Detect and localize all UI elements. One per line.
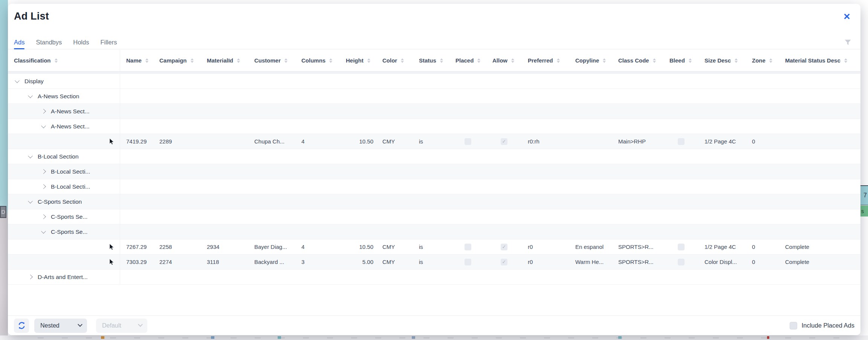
column-label: Customer xyxy=(254,57,281,64)
zone-cell: 0 xyxy=(746,134,779,149)
column-header-placed[interactable]: Placed xyxy=(449,50,486,71)
sort-icon[interactable] xyxy=(689,58,692,63)
tab-standbys[interactable]: Standbys xyxy=(36,35,62,49)
tree-group-row[interactable]: B-Local Section xyxy=(8,149,860,164)
tab-fillers[interactable]: Fillers xyxy=(100,35,117,49)
campaign-cell: 2289 xyxy=(153,134,201,149)
column-header-customer[interactable]: Customer xyxy=(248,50,295,71)
column-label: Classification xyxy=(14,57,51,64)
background-mark xyxy=(101,336,104,339)
copyline-cell: Warm He... xyxy=(569,255,612,270)
include-placed-ads-control[interactable]: Include Placed Ads xyxy=(790,322,854,329)
chevron-down-icon[interactable] xyxy=(28,93,33,98)
classification-cell: B-Local Section xyxy=(8,149,120,164)
tree-group-row[interactable]: Display xyxy=(8,74,860,89)
tree-group-row[interactable]: A-News Sect... xyxy=(8,119,860,134)
allow-cell: ✓ xyxy=(486,134,522,149)
sort-icon[interactable] xyxy=(237,58,240,63)
refresh-button[interactable] xyxy=(14,319,29,333)
table-row[interactable]: 7303.2922743118Backyard ...35.00CMYis✓r0… xyxy=(8,255,860,270)
table-row[interactable]: 7267.2922582934Bayer Diag...410.50CMYis✓… xyxy=(8,239,860,255)
chevron-right-icon[interactable] xyxy=(41,214,46,219)
column-header-allow[interactable]: Allow xyxy=(486,50,522,71)
close-icon[interactable]: ✕ xyxy=(842,11,852,22)
classcode-cell: Main>RHP xyxy=(612,134,663,149)
chevron-down-icon[interactable] xyxy=(41,229,46,234)
chevron-right-icon[interactable] xyxy=(41,184,46,189)
sort-icon[interactable] xyxy=(329,58,332,63)
chevron-right-icon[interactable] xyxy=(28,274,33,279)
sort-icon[interactable] xyxy=(844,58,847,63)
sort-icon[interactable] xyxy=(145,58,148,63)
tree-group-row[interactable]: B-Local Secti... xyxy=(8,164,860,179)
column-header-color[interactable]: Color xyxy=(376,50,413,71)
sort-icon[interactable] xyxy=(477,58,480,63)
tab-holds[interactable]: Holds xyxy=(73,35,89,49)
column-header-name[interactable]: Name xyxy=(120,50,153,71)
tree-group-row[interactable]: A-News Section xyxy=(8,89,860,104)
column-header-classcode[interactable]: Class Code xyxy=(612,50,663,71)
column-label: Allow xyxy=(492,57,507,64)
group-label: B-Local Secti... xyxy=(51,168,90,175)
include-placed-ads-checkbox[interactable] xyxy=(790,322,797,329)
sort-icon[interactable] xyxy=(191,58,194,63)
tree-group-row[interactable]: B-Local Secti... xyxy=(8,179,860,194)
filter-icon[interactable] xyxy=(845,40,851,47)
tree-group-row[interactable]: D-Arts and Entert... xyxy=(8,270,860,285)
column-header-bleed[interactable]: Bleed xyxy=(663,50,698,71)
sort-icon[interactable] xyxy=(284,58,287,63)
column-header-zone[interactable]: Zone xyxy=(746,50,779,71)
chevron-down-icon[interactable] xyxy=(41,123,46,128)
column-label: Color xyxy=(382,57,397,64)
sort-icon[interactable] xyxy=(603,58,606,63)
column-header-msd[interactable]: Material Status Desc xyxy=(779,50,860,71)
header-divider-strip xyxy=(8,71,860,74)
sort-icon[interactable] xyxy=(367,58,370,63)
customer-cell: Bayer Diag... xyxy=(248,239,295,255)
sort-icon[interactable] xyxy=(55,58,58,63)
refresh-icon xyxy=(17,321,26,330)
column-header-campaign[interactable]: Campaign xyxy=(153,50,201,71)
empty-cells xyxy=(120,89,860,104)
column-label: Size Desc xyxy=(704,57,731,64)
column-header-preferred[interactable]: Preferred xyxy=(522,50,569,71)
column-label: Placed xyxy=(455,57,474,64)
chevron-down-icon xyxy=(78,322,83,327)
sort-icon[interactable] xyxy=(511,58,514,63)
tree-group-row[interactable]: C-Sports Section xyxy=(8,194,860,209)
customer-cell: Backyard ... xyxy=(248,255,295,270)
table-row[interactable]: 7419.292289Chupa Ch...410.50CMYis✓r0:rhM… xyxy=(8,134,860,149)
chevron-down-icon[interactable] xyxy=(15,78,20,83)
column-label: Class Code xyxy=(618,57,649,64)
empty-cells xyxy=(120,224,860,239)
column-label: Zone xyxy=(752,57,766,64)
chevron-down-icon[interactable] xyxy=(28,154,33,159)
column-header-sizedesc[interactable]: Size Desc xyxy=(698,50,746,71)
status-cell: is xyxy=(413,134,449,149)
sort-icon[interactable] xyxy=(440,58,443,63)
column-header-classification[interactable]: Classification xyxy=(8,50,120,71)
sort-icon[interactable] xyxy=(735,58,738,63)
tree-group-row[interactable]: A-News Sect... xyxy=(8,104,860,119)
tree-group-row[interactable]: C-Sports Se... xyxy=(8,224,860,239)
sort-icon[interactable] xyxy=(401,58,404,63)
sizedesc-cell: 1/2 Page 4C xyxy=(698,134,746,149)
chevron-down-icon[interactable] xyxy=(28,199,33,204)
sort-icon[interactable] xyxy=(557,58,560,63)
column-header-copyline[interactable]: Copyline xyxy=(569,50,612,71)
column-header-columns[interactable]: Columns xyxy=(295,50,340,71)
column-header-height[interactable]: Height xyxy=(340,50,376,71)
tree-group-row[interactable]: C-Sports Se... xyxy=(8,209,860,224)
column-header-materialid[interactable]: MaterialId xyxy=(201,50,248,71)
chevron-right-icon[interactable] xyxy=(41,169,46,174)
name-cell: 7267.29 xyxy=(120,239,153,255)
tab-ads[interactable]: Ads xyxy=(14,35,24,49)
sort-icon[interactable] xyxy=(769,58,772,63)
sort-icon[interactable] xyxy=(653,58,656,63)
column-header-status[interactable]: Status xyxy=(413,50,449,71)
group-label: B-Local Section xyxy=(38,153,79,160)
name-cell: 7303.29 xyxy=(120,255,153,270)
chevron-right-icon[interactable] xyxy=(41,109,46,114)
view-mode-select[interactable]: Nested xyxy=(34,319,87,333)
background-right-fragment-bottom: s xyxy=(860,206,868,217)
